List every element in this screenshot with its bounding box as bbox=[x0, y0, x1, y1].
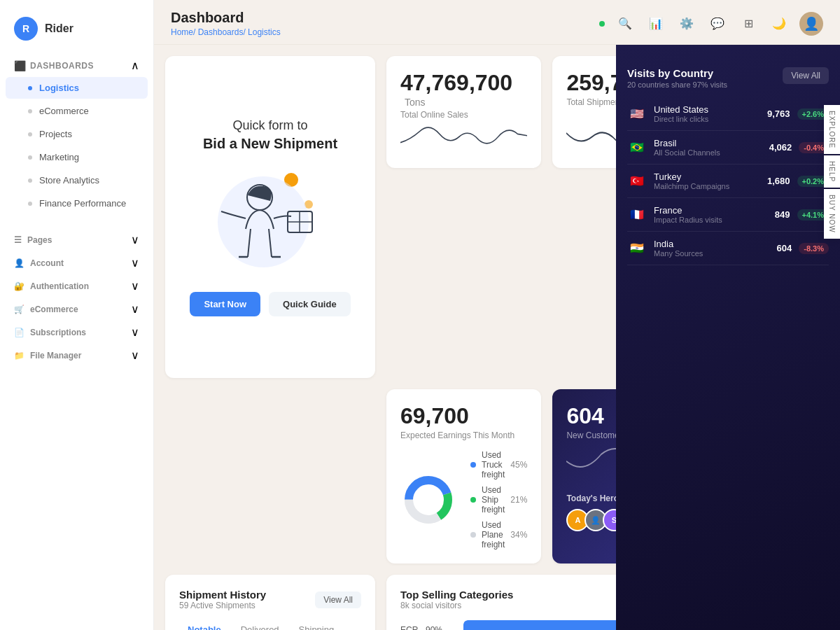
country-name: India bbox=[654, 239, 703, 249]
visits-header-area: Visits by Country 20 countries share 97%… bbox=[627, 56, 829, 97]
hero-illustration bbox=[200, 166, 340, 278]
freight-legend: Used Truck freight 45% Used Ship freight… bbox=[470, 450, 527, 550]
country-source: Direct link clicks bbox=[654, 115, 708, 123]
visits-title: Visits by Country bbox=[627, 67, 727, 79]
dot bbox=[28, 178, 32, 183]
country-source: All Social Channels bbox=[654, 148, 720, 157]
search-icon[interactable]: 🔍 bbox=[615, 13, 636, 34]
sidebar-item-store-analytics[interactable]: Store Analytics bbox=[6, 169, 148, 191]
sidebar-ecommerce-section[interactable]: 🛒 eCommerce ∨ bbox=[0, 295, 153, 318]
side-buttons: Explore Help Buy now bbox=[824, 105, 840, 239]
filemanager-section[interactable]: 📁 File Manager ∨ bbox=[0, 342, 153, 365]
auth-chevron-icon: ∨ bbox=[131, 279, 139, 293]
buy-now-button[interactable]: Buy now bbox=[824, 189, 840, 239]
country-source: Mailchimp Campaigns bbox=[654, 182, 729, 190]
sidebar-item-ecommerce[interactable]: eCommerce bbox=[6, 100, 148, 122]
active-dot bbox=[28, 86, 32, 90]
ship-pct: 21% bbox=[510, 495, 527, 505]
pages-icon: ☰ bbox=[14, 235, 22, 245]
list-item: ECR - 90% 15,000 bbox=[400, 620, 616, 630]
categories-card: Top Selling Categories 8k social visitor… bbox=[386, 575, 616, 630]
breadcrumb: Home/ Dashboards/ Logistics bbox=[171, 27, 281, 37]
hero-line2: Bid a New Shipment bbox=[203, 136, 337, 152]
dot bbox=[28, 132, 32, 136]
filemanager-chevron-icon: ∨ bbox=[131, 349, 139, 362]
country-source: Many Sources bbox=[654, 249, 703, 258]
sidebar-item-label: Logistics bbox=[39, 83, 79, 93]
dashboards-section[interactable]: ⬛ Dashboards ∧ bbox=[0, 55, 153, 76]
sidebar-item-label: Marketing bbox=[39, 152, 79, 162]
sidebar-item-marketing[interactable]: Marketing bbox=[6, 146, 148, 168]
ecommerce-icon: 🛒 bbox=[14, 304, 24, 314]
ecommerce-chevron-icon: ∨ bbox=[131, 302, 139, 316]
chart-icon[interactable]: 📊 bbox=[645, 13, 666, 34]
shipment-header: Shipment History 59 Active Shipments Vie… bbox=[179, 589, 361, 610]
country-visits: 4,062 bbox=[769, 142, 792, 153]
account-section[interactable]: 👤 Account ∨ bbox=[0, 249, 153, 272]
hero-line1: Quick form to bbox=[232, 118, 307, 133]
customers-card: 604 New Customers This Month Today's Her… bbox=[552, 389, 616, 564]
tab-shipping[interactable]: Shipping bbox=[290, 620, 343, 630]
subscriptions-icon: 📄 bbox=[14, 328, 24, 337]
list-item: 🇫🇷 France Impact Radius visits 849 +4.1% bbox=[627, 198, 829, 232]
sidebar-item-label: Projects bbox=[39, 129, 72, 139]
subscriptions-section[interactable]: 📄 Subscriptions ∨ bbox=[0, 318, 153, 342]
settings-icon[interactable]: ⚙️ bbox=[676, 13, 697, 34]
plane-pct: 34% bbox=[510, 530, 527, 540]
plane-label: Used Plane freight bbox=[482, 520, 505, 550]
auth-label: Authentication bbox=[30, 281, 89, 291]
explore-button[interactable]: Explore bbox=[824, 105, 840, 154]
ship-legend: Used Ship freight 21% bbox=[470, 485, 527, 514]
theme-icon[interactable]: 🌙 bbox=[769, 13, 790, 34]
grid-icon[interactable]: ⊞ bbox=[738, 13, 759, 34]
shipment-view-all-button[interactable]: View All bbox=[315, 592, 361, 608]
main-grid: Quick form to Bid a New Shipment bbox=[154, 45, 616, 630]
header-actions: 🔍 📊 ⚙️ 💬 ⊞ 🌙 👤 bbox=[599, 12, 823, 36]
page-title: Dashboard bbox=[171, 10, 281, 26]
donut-container: Used Truck freight 45% Used Ship freight… bbox=[400, 450, 527, 550]
pages-label: Pages bbox=[27, 235, 52, 245]
logo[interactable]: R Rider bbox=[0, 11, 153, 55]
country-name: Turkey bbox=[654, 172, 729, 182]
ship-dot bbox=[470, 497, 476, 503]
country-visits: 849 bbox=[775, 209, 790, 220]
main-content: Dashboard Home/ Dashboards/ Logistics 🔍 … bbox=[154, 0, 840, 630]
truck-legend: Used Truck freight 45% bbox=[470, 450, 527, 479]
content-area: Quick form to Bid a New Shipment bbox=[154, 45, 840, 630]
tab-delivered[interactable]: Delivered bbox=[232, 620, 288, 630]
help-button[interactable]: Help bbox=[824, 155, 840, 188]
categories-subtitle: 8k social visitors bbox=[400, 601, 513, 610]
sidebar-item-label: Finance Performance bbox=[39, 198, 126, 209]
list-item: 🇹🇷 Turkey Mailchimp Campaigns 1,680 +0.2… bbox=[627, 164, 829, 198]
total-sales-label: Total Online Sales bbox=[400, 110, 527, 120]
sidebar-item-finance-performance[interactable]: Finance Performance bbox=[6, 192, 148, 214]
country-name: Brasil bbox=[654, 138, 720, 148]
header-title-area: Dashboard Home/ Dashboards/ Logistics bbox=[171, 10, 281, 37]
dot bbox=[28, 155, 32, 160]
bar-fill: 15,000 bbox=[463, 620, 616, 630]
avatar[interactable]: 👤 bbox=[799, 12, 823, 36]
account-chevron-icon: ∨ bbox=[131, 256, 139, 270]
sidebar-item-logistics[interactable]: Logistics bbox=[6, 77, 148, 99]
dashboards-chevron-icon: ∧ bbox=[131, 59, 139, 72]
earnings-value: 69,700 bbox=[400, 403, 527, 429]
visits-view-all-button[interactable]: View All bbox=[783, 67, 829, 84]
chat-icon[interactable]: 💬 bbox=[707, 13, 728, 34]
total-sales-unit: Tons bbox=[405, 97, 426, 108]
country-name: France bbox=[654, 205, 722, 216]
quick-guide-button[interactable]: Quick Guide bbox=[269, 292, 351, 316]
shipment-subtitle: 59 Active Shipments bbox=[179, 601, 266, 610]
list-item: 🇺🇸 United States Direct link clicks 9,76… bbox=[627, 97, 829, 131]
categories-title: Top Selling Categories bbox=[400, 589, 513, 601]
total-shipments-value: 259,786 bbox=[566, 70, 616, 96]
customers-value: 604 bbox=[566, 403, 616, 429]
ship-label: Used Ship freight bbox=[482, 485, 505, 514]
authentication-section[interactable]: 🔐 Authentication ∨ bbox=[0, 272, 153, 295]
list-item: 🇧🇷 Brasil All Social Channels 4,062 -0.4… bbox=[627, 131, 829, 164]
tab-notable[interactable]: Notable bbox=[179, 620, 230, 630]
start-now-button[interactable]: Start Now bbox=[190, 292, 260, 316]
subscriptions-chevron-icon: ∨ bbox=[131, 326, 139, 339]
pages-section[interactable]: ☰ Pages ∨ bbox=[0, 226, 153, 249]
country-name: United States bbox=[654, 104, 708, 115]
sidebar-item-projects[interactable]: Projects bbox=[6, 123, 148, 145]
